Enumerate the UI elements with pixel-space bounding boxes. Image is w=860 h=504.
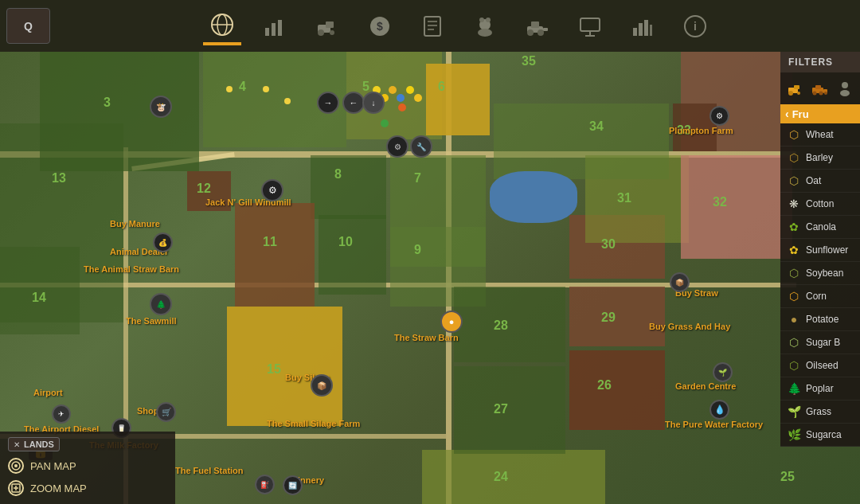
- zoom-map-button[interactable]: ZOOM MAP: [8, 477, 167, 499]
- corn-icon: ⬡: [787, 289, 801, 303]
- field-24[interactable]: [422, 450, 605, 504]
- pin-animal[interactable]: 🐮: [150, 96, 172, 118]
- field-num-15: 15: [267, 362, 281, 377]
- filter-truck-icon[interactable]: [811, 77, 830, 100]
- small-dot-2: [263, 86, 269, 92]
- field-num-24: 24: [494, 470, 508, 484]
- pin-download[interactable]: ↓: [362, 92, 385, 114]
- field-num-25: 25: [780, 470, 795, 484]
- pin-gear[interactable]: ⚙: [386, 135, 408, 158]
- tab-statistics[interactable]: [256, 7, 294, 45]
- dot-yellow-3: [389, 86, 397, 94]
- filter-item-potatoe[interactable]: ● Potatoe: [780, 308, 860, 331]
- label-straw-barn: The Straw Barn: [394, 333, 459, 342]
- label-plumpton-farm: Plumpton Farm: [669, 126, 733, 135]
- tab-economy[interactable]: $: [361, 7, 399, 45]
- svg-rect-4: [272, 23, 276, 36]
- filter-item-grass[interactable]: 🌱 Grass: [780, 400, 860, 424]
- field-6[interactable]: [426, 64, 490, 135]
- oilseed-icon: ⬡: [787, 358, 801, 373]
- field-28[interactable]: [454, 287, 565, 362]
- filter-item-sugarcane[interactable]: 🌿 Sugarca: [780, 424, 860, 447]
- pin-sawmill[interactable]: 🌲: [150, 293, 172, 315]
- pin-airport[interactable]: ✈: [52, 404, 71, 424]
- svg-rect-5: [278, 20, 282, 36]
- filter-item-oilseed[interactable]: ⬡ Oilseed: [780, 354, 860, 377]
- pin-straw-buy[interactable]: 📦: [670, 272, 690, 292]
- filter-tractor-icon[interactable]: [787, 77, 805, 100]
- pin-tool[interactable]: 🔧: [410, 135, 432, 158]
- label-sawmill: The Sawmill: [126, 316, 177, 326]
- field-34[interactable]: [494, 104, 669, 179]
- tab-help[interactable]: i: [676, 7, 714, 45]
- filter-item-oat[interactable]: ⬡ Oat: [780, 170, 860, 193]
- dot-yellow-4: [406, 86, 414, 94]
- field-11[interactable]: [235, 203, 315, 307]
- pin-fuel[interactable]: ⛽: [255, 475, 275, 494]
- pan-map-icon: [8, 458, 24, 474]
- filter-back-button[interactable]: ‹: [785, 107, 789, 120]
- svg-rect-25: [580, 18, 600, 31]
- pin-shop[interactable]: 🛒: [156, 402, 176, 422]
- filter-person-icon[interactable]: [835, 77, 854, 100]
- filters-title: FILTERS: [780, 52, 860, 72]
- filter-item-corn[interactable]: ⬡ Corn: [780, 285, 860, 308]
- lands-badge[interactable]: ✕ LANDS: [8, 437, 60, 451]
- pin-windmill[interactable]: ⚙: [261, 179, 283, 201]
- tab-monitor[interactable]: [571, 7, 609, 45]
- tab-production[interactable]: [624, 7, 662, 45]
- filter-item-canola[interactable]: ✿ Canola: [780, 216, 860, 239]
- search-button[interactable]: Q: [6, 8, 50, 44]
- svg-rect-12: [424, 17, 440, 36]
- small-dot-1: [226, 86, 233, 92]
- pin-silage[interactable]: ●: [440, 311, 463, 333]
- tab-map[interactable]: [203, 7, 241, 45]
- pan-map-button[interactable]: PAN MAP: [8, 455, 167, 477]
- filter-nav-row: ‹ Fru: [780, 104, 860, 123]
- pan-map-label: PAN MAP: [30, 460, 76, 472]
- pin-spinnery[interactable]: 🔄: [283, 475, 303, 495]
- pin-water[interactable]: 💧: [710, 400, 729, 420]
- soybean-icon: ⬡: [787, 266, 801, 280]
- dot-orange-2: [398, 104, 406, 111]
- field-8[interactable]: [311, 155, 386, 219]
- field-27[interactable]: [454, 366, 565, 454]
- toolbar: Q: [0, 0, 860, 52]
- dot-green-1: [381, 119, 389, 127]
- svg-rect-24: [543, 28, 548, 31]
- svg-point-23: [538, 29, 544, 36]
- pin-garden[interactable]: 🌱: [713, 362, 733, 382]
- tab-animals[interactable]: [466, 7, 504, 45]
- field-num-27: 27: [494, 402, 508, 416]
- tab-vehicles2[interactable]: [518, 7, 557, 45]
- filter-item-cotton[interactable]: ❋ Cotton: [780, 193, 860, 216]
- field-32[interactable]: [681, 155, 792, 259]
- svg-rect-3: [265, 28, 269, 36]
- filter-item-sunflower[interactable]: ✿ Sunflower: [780, 239, 860, 262]
- pin-buy-silage[interactable]: 📦: [311, 374, 333, 397]
- field-num-10: 10: [338, 235, 353, 249]
- field-num-8: 8: [334, 167, 342, 182]
- field-29[interactable]: [569, 287, 665, 346]
- filter-item-soybean[interactable]: ⬡ Soybean: [780, 262, 860, 285]
- svg-point-9: [330, 30, 334, 35]
- field-10[interactable]: [319, 215, 386, 295]
- pin-arrow-left[interactable]: ←: [342, 92, 365, 114]
- filter-item-barley[interactable]: ⬡ Barley: [780, 147, 860, 170]
- field-num-29: 29: [601, 311, 616, 325]
- pin-manure[interactable]: 💰: [153, 232, 173, 252]
- pin-arrow-right[interactable]: →: [317, 92, 339, 114]
- label-small-silage-farm: The Small Silage Farm: [267, 419, 360, 428]
- field-15[interactable]: [227, 307, 342, 426]
- tab-contracts[interactable]: [413, 7, 452, 45]
- filter-item-sugarbeet[interactable]: ⬡ Sugar B: [780, 331, 860, 354]
- field-num-26: 26: [597, 378, 612, 393]
- filter-item-poplar[interactable]: 🌲 Poplar: [780, 377, 860, 400]
- dot-yellow-5: [414, 94, 422, 102]
- filter-item-wheat[interactable]: ⬡ Wheat: [780, 123, 860, 147]
- pin-straw[interactable]: ⚙: [710, 106, 729, 126]
- field-26[interactable]: [569, 350, 665, 430]
- label-pure-water: The Pure Water Factory: [665, 420, 763, 429]
- tab-vehicles[interactable]: [308, 7, 346, 45]
- water-body: [490, 171, 577, 223]
